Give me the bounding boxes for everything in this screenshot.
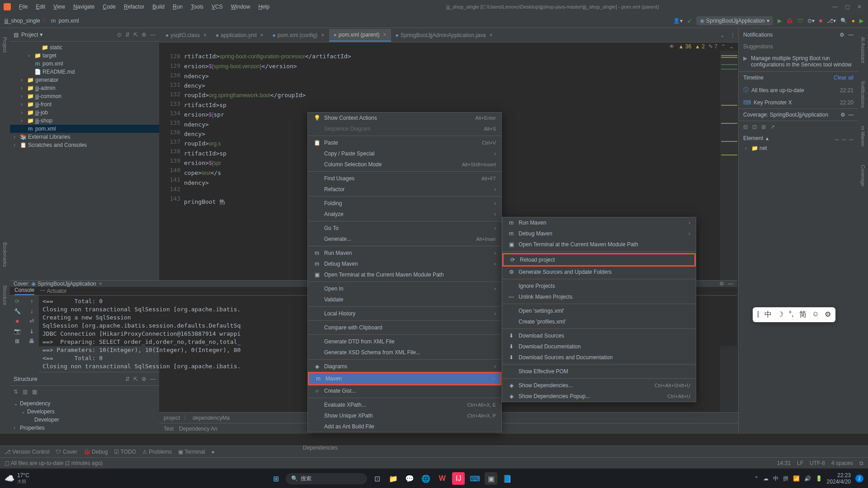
- hide-icon[interactable]: —: [728, 281, 733, 287]
- tree-item[interactable]: mpom.xml: [10, 60, 159, 68]
- close-icon[interactable]: ✕: [857, 4, 862, 10]
- ime-cursor-icon[interactable]: |: [757, 310, 759, 319]
- rerun-icon[interactable]: ⟳: [15, 298, 19, 305]
- user-icon[interactable]: 👤▾: [673, 18, 683, 24]
- collapse-icon[interactable]: ⇱: [133, 32, 138, 38]
- menu-view[interactable]: View: [50, 2, 69, 12]
- editor-context-menu[interactable]: 💡Show Context ActionsAlt+EnterSequence D…: [307, 112, 502, 432]
- stop-icon[interactable]: ■: [15, 318, 19, 324]
- close-tab-icon[interactable]: ×: [99, 281, 102, 287]
- bookmarks-tool-button[interactable]: Bookmarks: [2, 242, 8, 267]
- menu-run[interactable]: Run: [169, 2, 186, 12]
- tree-item[interactable]: ›📚External Libraries: [10, 133, 159, 141]
- ime-moon-icon[interactable]: ☽: [777, 310, 783, 319]
- menu-item-copy-paste-special[interactable]: Copy / Paste Special›: [308, 148, 501, 159]
- ide-icon[interactable]: ●: [852, 18, 855, 24]
- ime-punct-icon[interactable]: °,: [789, 310, 794, 319]
- locate-icon[interactable]: ⊙: [117, 32, 122, 38]
- tree-item[interactable]: ›📁jjj-front: [10, 100, 159, 108]
- menu-item-open-terminal-at-the-current-maven-module-path[interactable]: ▣Open Terminal at the Current Maven Modu…: [502, 239, 696, 250]
- tab-console[interactable]: Console: [14, 287, 34, 295]
- menu-item-validate[interactable]: Validate: [308, 294, 501, 305]
- menu-item-run-maven[interactable]: mRun Maven›: [502, 217, 696, 228]
- task-view-icon[interactable]: ⊡: [371, 472, 383, 485]
- menu-help[interactable]: Help: [255, 2, 273, 12]
- wifi-icon[interactable]: 📶: [793, 475, 800, 482]
- ime-icon[interactable]: 中: [773, 475, 778, 483]
- editor-tab[interactable]: ●SpringBootJjjAdminApplication.java×: [391, 29, 497, 41]
- expand-icon[interactable]: ⇵: [125, 32, 130, 38]
- menu-item-generate-[interactable]: Generate...Alt+Inser: [308, 234, 501, 244]
- icon[interactable]: ⊞: [761, 124, 766, 130]
- sort-icon[interactable]: ⇅: [14, 389, 18, 395]
- menu-item-paste[interactable]: 📋PasteCtrl+V: [308, 137, 501, 148]
- hide-icon[interactable]: —: [150, 32, 156, 38]
- menu-code[interactable]: Code: [99, 2, 119, 12]
- system-tray[interactable]: ⌃ ☁ 中 拼 📶 🔊 🔋 22:232024/4/20 2: [754, 472, 863, 485]
- structure-tree[interactable]: ⌄Dependency⌄DevelopersDeveloper›Properti…: [10, 398, 159, 434]
- breadcrumb-project[interactable]: jjj_shop_single: [5, 18, 40, 24]
- battery-icon[interactable]: 🔋: [816, 475, 822, 482]
- settings-icon[interactable]: ⚙: [142, 376, 146, 382]
- menu-item-maven[interactable]: mMaven›: [308, 372, 501, 385]
- menu-item-generate-sources-and-update-folders[interactable]: ⚙Generate Sources and Update Folders: [502, 267, 696, 277]
- menu-item-show-unique-xpath[interactable]: Show Unique XPathCtrl+Alt+X, P: [308, 410, 501, 421]
- editor-tab[interactable]: ●ysqlIO.class×: [161, 29, 211, 41]
- maven-submenu[interactable]: mRun Maven›mDebug Maven›▣Open Terminal a…: [502, 217, 696, 402]
- volume-icon[interactable]: 🔊: [804, 475, 811, 482]
- icon[interactable]: ⊡: [752, 124, 757, 130]
- tree-item[interactable]: ›📁jjj-job: [10, 108, 159, 117]
- intellij-icon[interactable]: IJ: [452, 472, 465, 485]
- coverage-icon[interactable]: 🛡: [797, 18, 803, 24]
- menu-item-add-as-ant-build-file[interactable]: Add as Ant Build File: [308, 421, 501, 432]
- menu-item-create-profiles-xml-[interactable]: Create 'profiles.xml': [502, 316, 696, 327]
- tool-problems[interactable]: ⚠ Problems: [142, 449, 172, 455]
- terminal-icon[interactable]: ▣: [485, 472, 497, 485]
- wps-icon[interactable]: W: [436, 472, 448, 485]
- inspection-widget[interactable]: 👁 ▲ 36 ▲ 2 ✎ 7 ⌃ ⌄: [159, 42, 738, 51]
- project-view-icon[interactable]: ▤: [14, 32, 19, 38]
- tree-item[interactable]: Developer: [10, 416, 159, 424]
- hide-icon[interactable]: —: [848, 32, 854, 38]
- menu-item-diagrams[interactable]: ◈Diagrams›: [308, 361, 501, 372]
- tab-text[interactable]: Text: [164, 426, 174, 432]
- vscode-icon[interactable]: ⌨: [468, 472, 481, 485]
- menu-item-debug-maven[interactable]: mDebug Maven›: [308, 258, 501, 269]
- menu-item-generate-xsd-schema-from-xml-file-[interactable]: Generate XSD Schema from XML File...: [308, 347, 501, 358]
- menu-item-sequence-diagram[interactable]: Sequence DiagramAlt+S: [308, 123, 501, 134]
- menu-item-generate-dtd-from-xml-file[interactable]: Generate DTD from XML File: [308, 336, 501, 347]
- coverage-tree-item[interactable]: ›📁net: [739, 144, 858, 152]
- tool-btn[interactable]: ●: [212, 449, 215, 455]
- maximize-icon[interactable]: ▢: [845, 4, 850, 10]
- run-config-selector[interactable]: ◉ SpringBootJjjApplication ▾: [696, 16, 773, 25]
- editor-tab[interactable]: ●application.yml×: [211, 29, 268, 41]
- chat-icon[interactable]: 💬: [403, 472, 416, 485]
- explorer-icon[interactable]: 📁: [387, 472, 400, 485]
- collapse-icon[interactable]: ⇱: [133, 376, 138, 382]
- debug-icon[interactable]: 🐞: [786, 18, 793, 24]
- suggestion-item[interactable]: ▶ Manage multiple Spring Boot run config…: [739, 52, 858, 71]
- ime-emoji-icon[interactable]: ☺: [812, 310, 819, 319]
- down-icon[interactable]: ↓: [30, 308, 33, 314]
- notif-tool-button[interactable]: Notifications: [860, 81, 866, 108]
- tree-item[interactable]: mpom.xml: [10, 125, 159, 133]
- taskbar-search[interactable]: 🔍搜索: [286, 473, 367, 484]
- menu-item-ignore-projects[interactable]: Ignore Projects: [502, 281, 696, 291]
- tab-dependencies[interactable]: Dependencies: [303, 445, 338, 451]
- menu-navigate[interactable]: Navigate: [70, 2, 98, 12]
- tree-item[interactable]: ›📁target: [10, 52, 159, 60]
- menu-item-show-effective-pom[interactable]: Show Effective POM: [502, 366, 696, 377]
- clear-all-link[interactable]: Clear all: [834, 75, 854, 81]
- editor-tab[interactable]: ●pom.xml (parent)×: [329, 29, 391, 42]
- print-icon[interactable]: 🖶: [29, 338, 34, 344]
- gear-icon[interactable]: ⚙: [840, 32, 844, 38]
- menu-tools[interactable]: Tools: [187, 2, 207, 12]
- timeline-item[interactable]: ⓘAll files are up-to-date22:21: [739, 84, 858, 97]
- menu-item-download-documentation[interactable]: ⬇Download Documentation: [502, 341, 696, 352]
- git-icon[interactable]: ⎇▾: [827, 18, 836, 24]
- tool-cover[interactable]: 🛡 Cover: [56, 449, 77, 455]
- menu-item-analyze[interactable]: Analyze›: [308, 209, 501, 220]
- ime-toolbar[interactable]: | 中 ☽ °, 简 ☺ ⚙: [753, 307, 835, 322]
- tree-item[interactable]: 📄README.md: [10, 68, 159, 76]
- tool-terminal[interactable]: ▣ Terminal: [178, 449, 205, 455]
